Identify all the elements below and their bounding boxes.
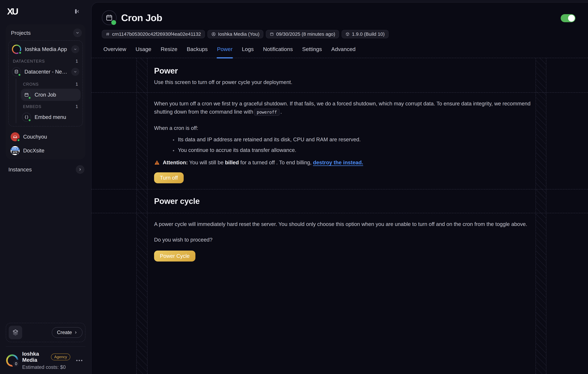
- status-dot-gray: [17, 152, 20, 155]
- sidebar: XU Projects: [0, 0, 91, 374]
- proceed-question: Do you wish to proceed?: [154, 235, 535, 244]
- power-cycle-button[interactable]: Power Cycle: [154, 251, 195, 262]
- collapse-sidebar-button[interactable]: [73, 8, 80, 15]
- layers-icon: [9, 326, 22, 339]
- poweroff-code-chip: poweroff: [254, 109, 279, 116]
- power-cycle-paragraph: A power cycle will immediately hard rese…: [154, 220, 535, 228]
- billing-attention-note: Attention: You will still be billed for …: [154, 160, 535, 166]
- sidebar-item-docxsite[interactable]: DOCX SITE DocXsite: [8, 145, 83, 157]
- owner-badge[interactable]: Ioshka Media (You): [208, 30, 263, 38]
- couchyou-avatar: [10, 132, 20, 141]
- sidebar-item-couchyou[interactable]: Couchyou: [8, 131, 83, 143]
- account-menu-button[interactable]: [74, 358, 84, 363]
- braces-icon: [22, 113, 31, 122]
- project-collapse-button[interactable]: [71, 45, 79, 53]
- project2-name: Couchyou: [23, 134, 82, 140]
- power-toggle[interactable]: [561, 14, 576, 22]
- embed-name: Embed menu: [35, 114, 79, 120]
- attention-label: Attention:: [163, 160, 188, 165]
- projects-title: Projects: [11, 30, 31, 36]
- database-icon: [12, 67, 21, 76]
- hash-icon: [106, 32, 110, 36]
- list-item: You continue to accrue its data transfer…: [177, 147, 535, 153]
- attention-billed: billed: [225, 160, 239, 165]
- calendar-icon: [270, 32, 274, 36]
- crons-group-label: CRONS: [23, 82, 39, 86]
- shutdown-paragraph: When you turn off a cron we first try a …: [154, 99, 535, 116]
- power-heading: Power: [154, 66, 535, 75]
- account-count-badge: 0: [12, 360, 20, 368]
- meta-badges: crn1147b053020c42f26930f4ea02e41132 Iosh…: [92, 25, 588, 38]
- datacenter-collapse-button[interactable]: [71, 68, 79, 76]
- power-subtitle: Use this screen to turn off or power cyc…: [154, 78, 535, 86]
- datacenter-name: Datacenter - New Y...: [24, 69, 68, 75]
- projects-collapse-button[interactable]: [73, 29, 82, 37]
- version-label: 1.9.0 (Build 10): [352, 31, 385, 37]
- tab-power[interactable]: Power: [217, 46, 232, 58]
- deployment-id-badge[interactable]: crn1147b053020c42f26930f4ea02e41132: [102, 30, 205, 38]
- datacenters-count: 1: [76, 59, 78, 64]
- sidebar-item-project[interactable]: Ioshka Media App: [10, 43, 81, 55]
- date-badge[interactable]: 09/30/2025 (8 minutes ago): [266, 30, 339, 38]
- when-off-label: When a cron is off:: [154, 124, 535, 132]
- power-cycle-heading: Power cycle: [154, 196, 535, 206]
- tab-backups[interactable]: Backups: [187, 46, 208, 58]
- power-cycle-section: A power cycle will immediately hard rese…: [92, 213, 588, 374]
- create-button-label: Create: [57, 330, 72, 335]
- tab-advanced[interactable]: Advanced: [331, 46, 356, 58]
- status-dot-green: [18, 51, 22, 54]
- warning-icon: [154, 160, 160, 165]
- turn-off-button[interactable]: Turn off: [154, 172, 184, 183]
- power-header-section: Power Use this screen to turn off or pow…: [92, 58, 588, 92]
- tab-usage[interactable]: Usage: [136, 46, 151, 58]
- tab-resize[interactable]: Resize: [161, 46, 177, 58]
- chevron-down-icon: [74, 47, 77, 51]
- cube-icon: [346, 32, 350, 36]
- docx-avatar-top: DOCX: [11, 147, 19, 150]
- app-logo: XU: [7, 6, 17, 17]
- active-project-container: Ioshka Media App DATACENTERS 1: [8, 40, 83, 127]
- main-panel: Cron Job crn1147b053020c42f26930f4ea02e4…: [91, 2, 588, 374]
- panel-header: Cron Job: [92, 3, 588, 25]
- chevron-down-icon: [74, 70, 77, 74]
- tab-logs[interactable]: Logs: [242, 46, 254, 58]
- shutdown-text-end: .: [281, 109, 282, 115]
- page-title: Cron Job: [121, 12, 162, 23]
- calendar-icon: [22, 90, 31, 99]
- docxsite-avatar: DOCX SITE: [10, 146, 20, 155]
- sidebar-item-instances[interactable]: Instances: [6, 164, 85, 175]
- status-dot-green: [111, 20, 116, 25]
- project-name: Ioshka Media App: [25, 46, 68, 52]
- account-avatar: 0: [6, 354, 18, 367]
- turn-off-section: When you turn off a cron we first try a …: [92, 92, 588, 189]
- account-row[interactable]: 0 Ioshka Media Agency Estimated costs: $…: [6, 346, 85, 374]
- list-item: Its data and IP address are retained and…: [177, 136, 535, 143]
- status-dot-green: [28, 118, 31, 122]
- destroy-link[interactable]: destroy the instead.: [313, 160, 363, 165]
- tab-notifications[interactable]: Notifications: [263, 46, 293, 58]
- toggle-knob: [568, 15, 575, 21]
- sidebar-item-embed-menu[interactable]: Embed menu: [21, 111, 81, 123]
- embeds-count: 1: [76, 104, 78, 109]
- off-consequences-list: Its data and IP address are retained and…: [154, 136, 535, 153]
- datacenters-group-label: DATACENTERS: [13, 59, 45, 64]
- chevron-right-icon: [74, 331, 77, 334]
- version-badge[interactable]: 1.9.0 (Build 10): [342, 30, 388, 38]
- sidebar-item-cron-job[interactable]: Cron Job: [21, 89, 81, 101]
- instances-expand-button[interactable]: [76, 165, 84, 174]
- user-icon: [211, 32, 216, 36]
- tab-overview[interactable]: Overview: [104, 46, 126, 58]
- status-dot-green: [17, 139, 20, 142]
- projects-card: Projects Ioshka Media App: [6, 24, 85, 159]
- datacenter-subtree: CRONS 1 Cron Jo: [16, 78, 81, 123]
- tab-settings[interactable]: Settings: [302, 46, 322, 58]
- owner-label: Ioshka Media (You): [218, 31, 259, 37]
- attention-text2: for a turned off . To end billing,: [240, 160, 312, 165]
- collapse-sidebar-icon: [73, 8, 80, 15]
- chevron-right-icon: [78, 168, 82, 171]
- create-button[interactable]: Create: [52, 327, 83, 338]
- attention-text: You will still be: [189, 160, 223, 165]
- cron-name: Cron Job: [35, 92, 79, 98]
- sidebar-item-datacenter[interactable]: Datacenter - New Y...: [10, 66, 81, 78]
- status-dot-green: [18, 73, 21, 77]
